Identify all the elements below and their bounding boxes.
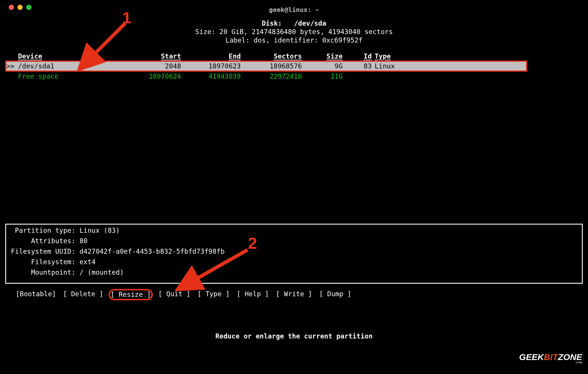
annotation-2: 2 — [248, 233, 257, 253]
col-size: Size — [302, 52, 343, 61]
col-boot: Boot — [82, 52, 120, 61]
detail-partition-type: Partition type: Linux (83) — [8, 226, 580, 237]
col-device: Device — [18, 52, 82, 61]
cell-end: 41943039 — [181, 71, 241, 81]
disk-header: Disk: /dev/sda — [5, 19, 583, 28]
cursor — [6, 71, 18, 81]
cell-start: 18970624 — [120, 71, 181, 81]
table-header-row: Device Boot Start End Sectors Size Id Ty… — [6, 52, 527, 61]
detail-filesystem: Filesystem: ext4 — [8, 258, 580, 268]
cursor: >> — [6, 61, 18, 71]
cell-device: Free space — [18, 71, 82, 81]
col-sectors: Sectors — [241, 52, 302, 61]
cell-id: 83 — [343, 61, 375, 71]
menu-type[interactable]: [ Type ] — [196, 289, 231, 300]
annotation-1: 1 — [122, 8, 131, 28]
disk-device: /dev/sda — [294, 20, 326, 27]
menu-bootable[interactable]: [Bootable] — [14, 289, 58, 300]
menu-dump[interactable]: [ Dump ] — [317, 289, 353, 300]
cell-id — [343, 71, 375, 81]
action-menu: [Bootable] [ Delete ] [ Resize ] [ Quit … — [14, 289, 574, 300]
detail-mountpoint: Mountpoint: / (mounted) — [8, 268, 580, 279]
hint-text: Reduce or enlarge the current partition — [0, 332, 588, 341]
cell-device: /dev/sda1 — [18, 61, 82, 71]
menu-write[interactable]: [ Write ] — [274, 289, 314, 300]
cell-end: 18970623 — [181, 61, 241, 71]
col-start: Start — [120, 52, 181, 61]
terminal-titlebar: geek@linux: ~ — [0, 0, 588, 13]
watermark: GEEKBITZONE .COM — [519, 352, 582, 364]
cell-boot — [82, 71, 120, 81]
menu-quit[interactable]: [ Quit ] — [156, 289, 192, 300]
col-type: Type — [375, 52, 410, 61]
cell-sectors: 22972416 — [241, 71, 302, 81]
cell-size: 9G — [302, 61, 343, 71]
menu-help[interactable]: [ Help ] — [235, 289, 271, 300]
disk-size-line: Size: 20 GiB, 21474836480 bytes, 4194304… — [5, 28, 583, 36]
partition-details: Partition type: Linux (83) Attributes: 8… — [5, 224, 583, 284]
table-row[interactable]: >>/dev/sda1*204818970623189685769G83Linu… — [6, 61, 527, 71]
menu-resize[interactable]: [ Resize ] — [109, 289, 153, 300]
col-id: Id — [343, 52, 375, 61]
detail-fs-uuid: Filesystem UUID: d427042f-a0ef-4453-b832… — [8, 247, 580, 258]
disk-label: Disk: — [262, 20, 282, 27]
window-title: geek@linux: ~ — [0, 6, 588, 14]
table-row-free-space[interactable]: Free space18970624419430392297241611G — [6, 71, 527, 81]
cell-type: Linux — [375, 61, 410, 71]
cell-boot: * — [82, 61, 120, 71]
terminal-content: Disk: /dev/sda Size: 20 GiB, 21474836480… — [5, 19, 583, 374]
col-end: End — [181, 52, 241, 61]
cell-sectors: 18968576 — [241, 61, 302, 71]
disk-label-line: Label: dos, identifier: 0xc69f952f — [5, 36, 583, 45]
cell-size: 11G — [302, 71, 343, 81]
detail-attributes: Attributes: 80 — [8, 237, 580, 247]
menu-delete[interactable]: [ Delete ] — [61, 289, 105, 300]
cell-start: 2048 — [120, 61, 181, 71]
partition-table: Device Boot Start End Sectors Size Id Ty… — [5, 52, 527, 81]
cell-type — [375, 71, 410, 81]
